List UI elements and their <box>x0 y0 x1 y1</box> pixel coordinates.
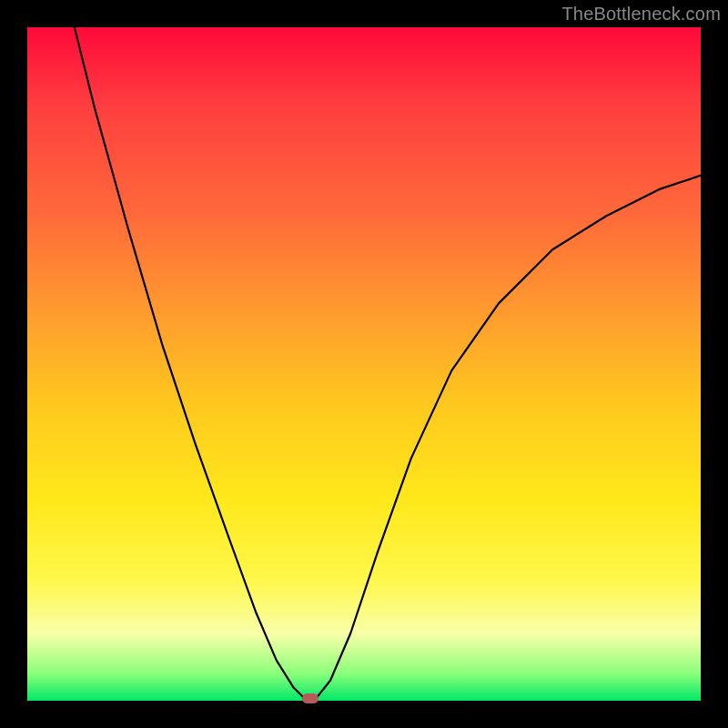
bottleneck-curve <box>27 27 701 701</box>
optimum-marker <box>302 693 318 703</box>
chart-frame: TheBottleneck.com <box>0 0 728 728</box>
watermark-text: TheBottleneck.com <box>561 4 721 25</box>
plot-area <box>27 27 701 701</box>
curve-path <box>75 27 701 697</box>
